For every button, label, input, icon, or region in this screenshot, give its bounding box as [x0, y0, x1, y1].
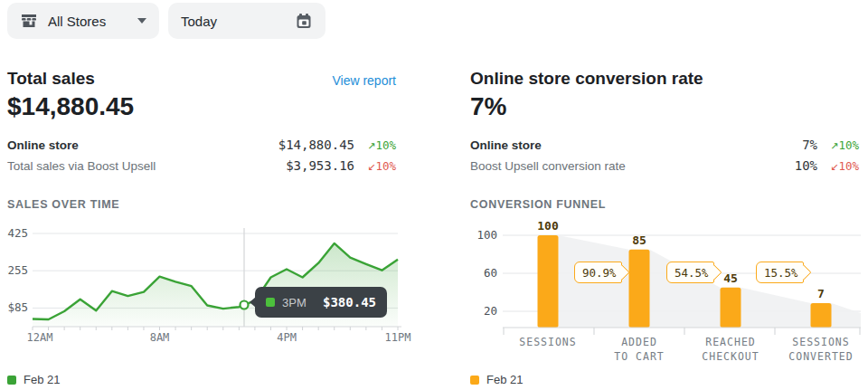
legend-label: Feb 21 [24, 373, 60, 386]
conversion-rate-panel: Online store conversion rate 7% Online s… [470, 65, 868, 384]
metric-row: Total sales via Boost Upsell $3,953.16 ↙… [7, 158, 396, 173]
tooltip-series-swatch [266, 298, 275, 307]
metric-label: Boost Upsell conversion rate [470, 159, 795, 173]
svg-text:$85: $85 [7, 300, 28, 314]
funnel-badge: 90.9% [574, 262, 622, 283]
funnel-badge: 54.5% [666, 262, 714, 283]
metric-value: 10% [795, 158, 817, 173]
tooltip-value: $380.45 [323, 295, 376, 309]
svg-text:REACHED: REACHED [705, 336, 755, 348]
metric-label: Online store [470, 138, 802, 152]
total-sales-panel: Total sales View report $14,880.45 Onlin… [7, 65, 398, 384]
svg-text:TO CART: TO CART [614, 350, 664, 363]
sales-over-time-chart[interactable]: $425$255$8512AM8AM4PM11PM [7, 219, 416, 347]
analytics-dashboard: All Stores Today Total sales View report… [0, 0, 868, 390]
panel-title: Online store conversion rate [470, 69, 703, 89]
trend-percent: 10% [375, 138, 396, 152]
svg-text:20: 20 [484, 304, 497, 318]
trend-delta: ↗10% [817, 138, 859, 152]
tooltip-time: 3PM [282, 296, 307, 309]
panel-title: Total sales [7, 69, 95, 89]
legend-swatch [470, 376, 479, 385]
trend-percent: 10% [838, 138, 859, 152]
conversion-rate-value: 7% [470, 92, 506, 121]
svg-text:8AM: 8AM [150, 331, 170, 344]
metric-value: $14,880.45 [278, 138, 354, 152]
funnel-badge: 15.5% [756, 262, 804, 283]
section-label: CONVERSION FUNNEL [470, 198, 606, 211]
svg-text:SESSIONS: SESSIONS [519, 336, 576, 348]
trend-delta: ↗10% [354, 138, 396, 152]
svg-text:ADDED: ADDED [621, 336, 657, 348]
trend-percent: 10% [838, 159, 859, 173]
svg-text:$425: $425 [7, 226, 28, 240]
svg-text:7: 7 [817, 287, 825, 300]
calendar-icon [295, 12, 313, 30]
date-filter-button[interactable]: Today [168, 3, 326, 39]
metric-value: 7% [802, 138, 817, 152]
svg-text:45: 45 [723, 271, 738, 285]
storefront-icon [20, 12, 38, 30]
section-label: SALES OVER TIME [7, 198, 119, 211]
store-filter-button[interactable]: All Stores [7, 3, 159, 39]
chevron-down-icon [137, 18, 146, 24]
view-report-link[interactable]: View report [332, 73, 396, 88]
legend[interactable]: Feb 21 [470, 373, 523, 386]
svg-text:100: 100 [537, 219, 559, 233]
svg-text:100: 100 [476, 228, 497, 242]
sales-tooltip: 3PM $380.45 [255, 287, 387, 318]
trend-delta: ↙10% [354, 159, 396, 173]
total-sales-value: $14,880.45 [7, 92, 134, 121]
metric-row: Online store 7% ↗10% [470, 138, 859, 152]
trend-delta: ↙10% [817, 159, 859, 173]
metric-label: Total sales via Boost Upsell [7, 159, 286, 173]
svg-text:12AM: 12AM [27, 331, 53, 344]
svg-text:CONVERTED: CONVERTED [788, 350, 853, 363]
svg-text:11PM: 11PM [385, 331, 411, 344]
store-filter-label: All Stores [48, 14, 106, 29]
legend-swatch [7, 376, 16, 385]
trend-percent: 10% [375, 159, 396, 173]
svg-text:$255: $255 [7, 263, 28, 277]
legend[interactable]: Feb 21 [7, 373, 60, 386]
svg-text:60: 60 [484, 266, 497, 280]
svg-text:CHECKOUT: CHECKOUT [702, 350, 759, 363]
metric-row: Boost Upsell conversion rate 10% ↙10% [470, 158, 859, 173]
conversion-funnel-chart[interactable]: 100602010085457SESSIONSADDEDTO CARTREACH… [470, 219, 868, 366]
legend-label: Feb 21 [486, 373, 523, 386]
svg-text:SESSIONS: SESSIONS [792, 336, 849, 348]
date-filter-label: Today [181, 14, 217, 29]
metric-value: $3,953.16 [286, 158, 354, 173]
svg-text:4PM: 4PM [277, 331, 297, 344]
metric-row: Online store $14,880.45 ↗10% [7, 138, 396, 152]
metric-label: Online store [7, 138, 278, 152]
svg-text:85: 85 [632, 233, 646, 247]
